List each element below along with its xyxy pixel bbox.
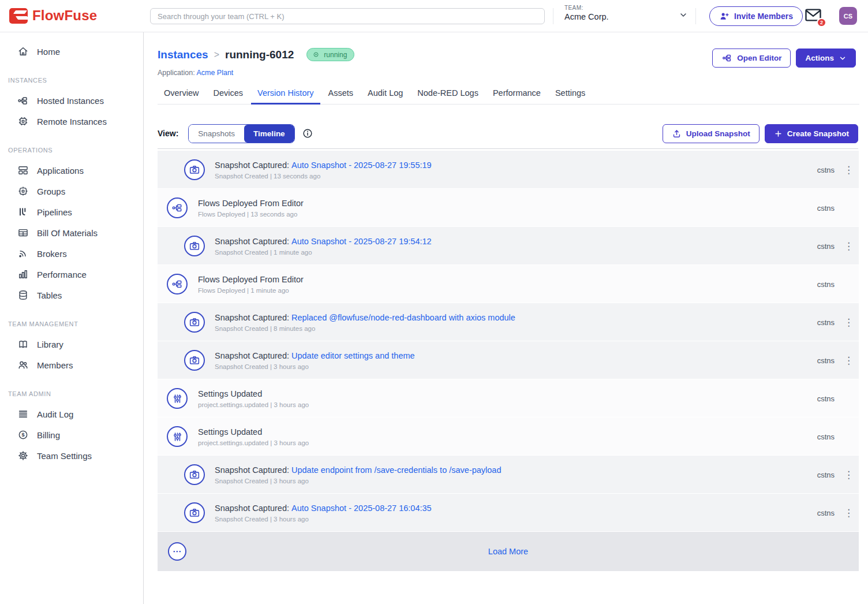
event-title: Snapshot Captured: (215, 313, 289, 322)
kebab-menu-icon[interactable]: ⋮ (844, 356, 852, 366)
actions-label: Actions (805, 54, 834, 62)
tab-devices[interactable]: Devices (207, 88, 249, 104)
avatar[interactable]: CS (839, 7, 857, 25)
tab-bar: Overview Devices Version History Assets … (158, 85, 859, 105)
event-meta: Snapshot Created | 3 hours ago (215, 363, 817, 370)
tab-version-history[interactable]: Version History (251, 88, 320, 105)
snapshot-link[interactable]: Replaced @flowfuse/node-red-dashboard wi… (291, 313, 515, 322)
avatar-initials: CS (844, 13, 852, 20)
flowfuse-logo-icon (9, 8, 28, 24)
timeline-row: Snapshot Captured:Replaced @flowfuse/nod… (158, 303, 859, 341)
tab-performance[interactable]: Performance (487, 88, 547, 104)
breadcrumb-separator: > (214, 50, 219, 60)
sidebar-item-remote-instances[interactable]: Remote Instances (0, 111, 143, 132)
sidebar-item-label: Applications (37, 166, 84, 176)
sidebar-item-brokers[interactable]: Brokers (0, 243, 143, 264)
invite-members-label: Invite Members (734, 12, 793, 21)
sidebar-item-audit-log[interactable]: Audit Log (0, 404, 143, 424)
sidebar-item-label: Bill Of Materials (37, 228, 98, 238)
tables-icon (17, 289, 29, 301)
plus-icon (774, 129, 783, 138)
camera-snapshot-icon (184, 350, 205, 371)
sidebar-item-label: Billing (37, 430, 60, 440)
actions-button[interactable]: Actions (796, 49, 856, 68)
kebab-menu-icon[interactable]: ⋮ (844, 165, 852, 175)
bill-of-materials-icon (17, 227, 29, 239)
sidebar-item-label: Library (37, 340, 63, 349)
info-icon[interactable] (302, 128, 313, 139)
event-user: cstns (817, 280, 835, 289)
sidebar-item-groups[interactable]: Groups (0, 181, 143, 202)
event-user: cstns (817, 471, 835, 479)
event-title: Snapshot Captured: (215, 465, 289, 475)
tab-overview[interactable]: Overview (158, 88, 205, 104)
search-input[interactable] (150, 8, 545, 24)
upload-snapshot-button[interactable]: Upload Snapshot (663, 124, 760, 143)
snapshot-link[interactable]: Update editor settings and theme (291, 351, 415, 360)
timeline-row: Settings Updated project.settings.update… (158, 417, 859, 456)
audit-log-icon (17, 408, 29, 420)
event-title: Flows Deployed From Editor (198, 199, 817, 208)
sidebar-item-performance[interactable]: Performance (0, 264, 143, 285)
timeline-row: Snapshot Captured:Auto Snapshot - 2025-0… (158, 227, 859, 265)
kebab-menu-icon[interactable]: ⋮ (844, 470, 852, 480)
groups-icon (17, 185, 29, 197)
tab-assets[interactable]: Assets (322, 88, 360, 104)
remote-instances-icon (17, 115, 29, 128)
sidebar-item-applications[interactable]: Applications (0, 160, 143, 181)
view-toolbar: View: Snapshots Timeline Upload Snapshot… (158, 118, 858, 149)
timeline-row: Flows Deployed From Editor Flows Deploye… (158, 189, 859, 227)
load-more-link[interactable]: Load More (488, 547, 528, 556)
event-title: Settings Updated (198, 389, 817, 398)
team-switcher[interactable]: TEAM: Acme Corp. (564, 5, 609, 21)
snapshot-link[interactable]: Auto Snapshot - 2025-08-27 19:55:19 (291, 161, 432, 170)
sidebar-item-label: Tables (37, 290, 62, 300)
event-title: Settings Updated (198, 427, 817, 437)
toggle-snapshots[interactable]: Snapshots (189, 125, 244, 143)
invite-members-button[interactable]: Invite Members (709, 6, 803, 26)
kebab-menu-icon[interactable]: ⋮ (844, 508, 852, 518)
open-editor-button[interactable]: Open Editor (712, 49, 791, 68)
toggle-timeline[interactable]: Timeline (244, 125, 294, 143)
flowfuse-logo[interactable]: FlowFuse (9, 8, 97, 24)
mail-button[interactable]: 2 (805, 8, 823, 25)
upload-snapshot-label: Upload Snapshot (686, 129, 750, 138)
sidebar-item-pipelines[interactable]: Pipelines (0, 202, 143, 222)
tab-audit-log[interactable]: Audit Log (361, 88, 409, 104)
snapshot-link[interactable]: Auto Snapshot - 2025-08-27 19:54:12 (291, 237, 432, 246)
sidebar-item-label: Home (37, 47, 60, 57)
sidebar-item-label: Members (37, 360, 73, 370)
view-toggle: Snapshots Timeline (188, 124, 294, 143)
tab-node-red-logs[interactable]: Node-RED Logs (411, 88, 485, 104)
sidebar-item-home[interactable]: Home (0, 41, 143, 62)
event-meta: Snapshot Created | 13 seconds ago (215, 173, 817, 180)
chevron-down-icon (839, 54, 847, 62)
status-badge: running (306, 48, 354, 61)
sidebar-item-bill-of-materials[interactable]: Bill Of Materials (0, 222, 143, 243)
sidebar-item-library[interactable]: Library (0, 334, 143, 355)
running-status-icon (312, 50, 320, 59)
sidebar-item-team-settings[interactable]: Team Settings (0, 445, 143, 466)
chevron-down-icon[interactable] (679, 10, 688, 22)
application-link[interactable]: Acme Plant (196, 69, 233, 77)
sidebar-item-members[interactable]: Members (0, 355, 143, 375)
event-meta: Snapshot Created | 8 minutes ago (215, 325, 817, 332)
sidebar-item-billing[interactable]: $ Billing (0, 424, 143, 445)
kebab-menu-icon[interactable]: ⋮ (844, 241, 852, 251)
sidebar-item-label: Team Settings (37, 451, 92, 461)
divider (553, 8, 553, 24)
event-user: cstns (817, 509, 835, 517)
tab-settings[interactable]: Settings (549, 88, 592, 104)
load-more-row: ⋯ Load More (158, 532, 859, 571)
sidebar-item-tables[interactable]: Tables (0, 285, 143, 305)
billing-icon: $ (17, 429, 29, 441)
snapshot-link[interactable]: Auto Snapshot - 2025-08-27 16:04:35 (291, 504, 432, 513)
create-snapshot-button[interactable]: Create Snapshot (765, 124, 858, 143)
timeline: Snapshot Captured:Auto Snapshot - 2025-0… (158, 151, 859, 571)
ellipsis-load-more-icon[interactable]: ⋯ (168, 542, 186, 561)
event-meta: Flows Deployed | 13 seconds ago (198, 211, 817, 218)
snapshot-link[interactable]: Update endpoint from /save-credentials t… (291, 465, 502, 475)
sidebar-item-hosted-instances[interactable]: Hosted Instances (0, 90, 143, 111)
breadcrumb-instances-link[interactable]: Instances (158, 49, 208, 61)
kebab-menu-icon[interactable]: ⋮ (844, 318, 852, 327)
